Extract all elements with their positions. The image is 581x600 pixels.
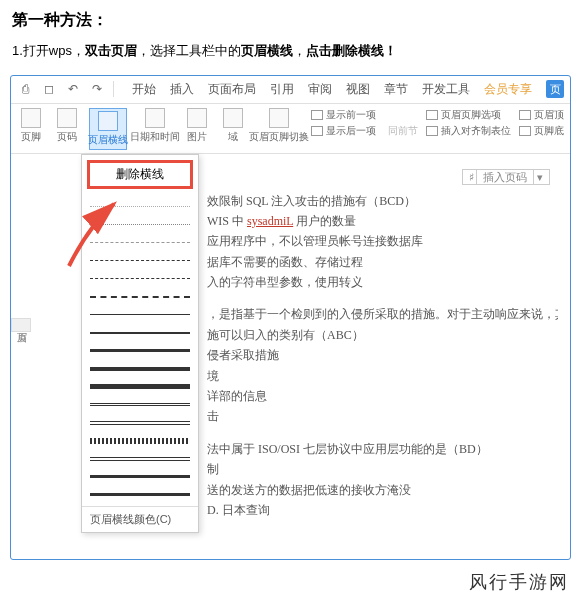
line-style[interactable] [90,468,190,486]
show-prev[interactable]: 显示前一项 [311,108,418,122]
ribbon-picture[interactable]: 图片 [183,108,211,144]
doc-line: 据库不需要的函数、存储过程 [207,252,558,272]
tab-member[interactable]: 会员专享 [484,81,532,98]
line-style[interactable] [90,324,190,342]
doc-line: 应用程序中，不以管理员帐号连接数据库 [207,231,558,251]
document-content: ♯ 插入页码 ▾ 效限制 SQL 注入攻击的措施有（BCD） WIS 中 sys… [199,160,566,555]
tab-layout[interactable]: 页面布局 [208,81,256,98]
doc-line: 效限制 SQL 注入攻击的措施有（BCD） [207,191,558,211]
doc-line: 法中属于 ISO/OSI 七层协议中应用层功能的是（BD） [207,439,558,459]
annotation-arrow-icon [59,196,139,276]
footer-bot[interactable]: 页脚底 [519,124,564,138]
line-style[interactable] [90,432,190,450]
top-toolbar: ⎙ ◻ ↶ ↷ 开始 插入 页面布局 引用 审阅 视图 章节 开发工具 会员专享… [11,76,570,104]
header-side-tab[interactable]: 页眉 [11,318,31,332]
line-style[interactable] [90,414,190,432]
align-tab[interactable]: 插入对齐制表位 [426,124,511,138]
doc-line: WIS 中 sysadmiL 用户的数量 [207,211,558,231]
wps-window: ⎙ ◻ ↶ ↷ 开始 插入 页面布局 引用 审阅 视图 章节 开发工具 会员专享… [10,75,571,560]
ribbon-opts: 页眉页脚选项 插入对齐制表位 [426,108,511,138]
doc-line: 施可以归入的类别有（ABC） [207,325,558,345]
tab-start[interactable]: 开始 [132,81,156,98]
ribbon-nav: 显示前一项 显示后一项 同前节 [311,108,418,138]
line-style[interactable] [90,378,190,396]
redo-icon[interactable]: ↷ [89,81,105,97]
line-style[interactable] [90,450,190,468]
ribbon-datetime[interactable]: 日期和时间 [135,108,175,144]
ribbon-bar: 页脚 页码 页眉横线 日期和时间 图片 域 页眉页脚切换 显示前一项 显示后一项… [11,104,570,154]
menu-tabs: 开始 插入 页面布局 引用 审阅 视图 章节 开发工具 会员专享 [122,81,538,98]
header-top[interactable]: 页眉顶 [519,108,564,122]
line-style[interactable] [90,396,190,414]
tab-review[interactable]: 审阅 [308,81,332,98]
ribbon-margins: 页眉顶 页脚底 [519,108,564,138]
hf-options[interactable]: 页眉页脚选项 [426,108,511,122]
method-heading: 第一种方法： [0,0,581,37]
instruction-text: 1.打开wps，双击页眉，选择工具栏中的页眉横线，点击删除横线！ [0,37,581,75]
line-style[interactable] [90,342,190,360]
doc-line: ，是指基于一个检则到的入侵所采取的措施。对于主动响应来说，其 [207,304,558,324]
tab-view[interactable]: 视图 [346,81,370,98]
line-color-option[interactable]: 页眉横线颜色(C) [82,506,198,532]
doc-line: D. 日本查询 [207,500,558,520]
tab-ref[interactable]: 引用 [270,81,294,98]
print-icon[interactable]: ⎙ [17,81,33,97]
tab-dev[interactable]: 开发工具 [422,81,470,98]
doc-line: 送的发送方的数据把低速的接收方淹没 [207,480,558,500]
ribbon-pagenum[interactable]: 页码 [53,108,81,144]
tab-insert[interactable]: 插入 [170,81,194,98]
doc-line: 侵者采取措施 [207,345,558,365]
insert-page-num[interactable]: ♯ 插入页码 ▾ [207,170,558,185]
line-style[interactable] [90,360,190,378]
line-style[interactable] [90,288,190,306]
line-style[interactable] [90,306,190,324]
doc-line: 境 [207,366,558,386]
tab-section[interactable]: 章节 [384,81,408,98]
doc-line: 制 [207,459,558,479]
doc-line: 详部的信息 [207,386,558,406]
watermark-text: 风行手游网 [469,570,569,594]
ribbon-footer[interactable]: 页脚 [17,108,45,144]
page-badge[interactable]: 页 [546,80,564,98]
line-style[interactable] [90,486,190,504]
doc-line: 击 [207,406,558,426]
delete-line-button[interactable]: 删除横线 [87,160,193,189]
ribbon-switch[interactable]: 页眉页脚切换 [255,108,303,144]
doc-line: 入的字符串型参数，使用转义 [207,272,558,292]
undo-icon[interactable]: ↶ [65,81,81,97]
show-next[interactable]: 显示后一项 同前节 [311,124,418,138]
preview-icon[interactable]: ◻ [41,81,57,97]
ribbon-field[interactable]: 域 [219,108,247,144]
ribbon-headerline[interactable]: 页眉横线 [89,108,127,150]
